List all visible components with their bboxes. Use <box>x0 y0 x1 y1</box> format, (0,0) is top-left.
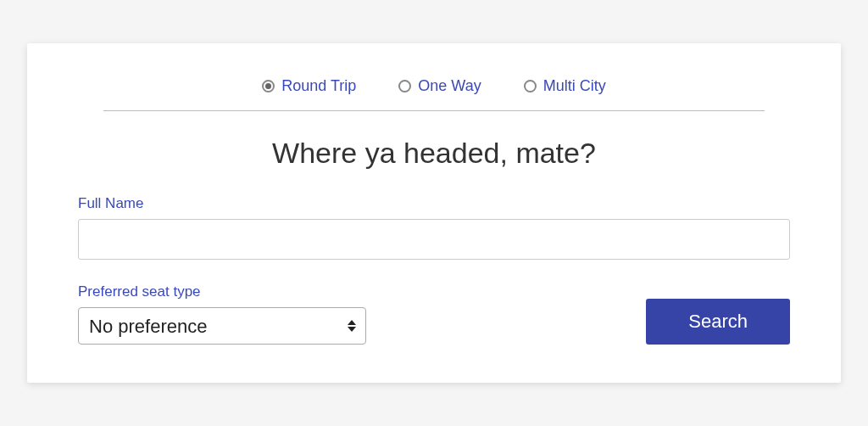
flight-search-card: Round Trip One Way Multi City Where ya h… <box>27 43 841 383</box>
divider <box>103 110 765 111</box>
seat-type-select[interactable]: No preference <box>78 307 366 345</box>
radio-multi-city[interactable]: Multi City <box>524 77 606 95</box>
radio-label: One Way <box>418 77 481 95</box>
page-heading: Where ya headed, mate? <box>78 137 790 170</box>
trip-type-group: Round Trip One Way Multi City <box>78 77 790 110</box>
search-button[interactable]: Search <box>646 299 790 345</box>
radio-icon <box>524 80 537 92</box>
seat-type-label: Preferred seat type <box>78 283 366 300</box>
radio-one-way[interactable]: One Way <box>398 77 481 95</box>
radio-label: Round Trip <box>281 77 356 95</box>
bottom-row: Preferred seat type No preference Search <box>78 283 790 345</box>
radio-label: Multi City <box>543 77 606 95</box>
full-name-group: Full Name <box>78 195 790 283</box>
seat-type-group: Preferred seat type No preference <box>78 283 366 345</box>
full-name-input[interactable] <box>78 219 790 260</box>
full-name-label: Full Name <box>78 195 790 212</box>
seat-select-wrap: No preference <box>78 307 366 345</box>
radio-icon <box>398 80 411 92</box>
radio-round-trip[interactable]: Round Trip <box>262 77 356 95</box>
radio-icon <box>262 80 275 92</box>
